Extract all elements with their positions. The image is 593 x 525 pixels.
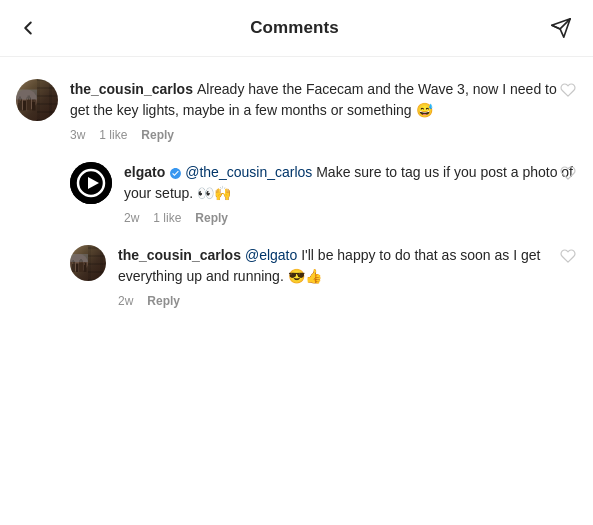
reply-button[interactable]: Reply (195, 211, 228, 225)
svg-rect-31 (70, 254, 88, 262)
reply-button[interactable]: Reply (147, 294, 180, 308)
comment-text: the_cousin_carlosAlready have the Faceca… (70, 81, 557, 118)
comment-meta: 2w 1 like Reply (124, 211, 577, 225)
like-button[interactable] (559, 164, 577, 182)
like-button[interactable] (559, 81, 577, 99)
comment-time: 3w (70, 128, 85, 142)
svg-rect-14 (34, 101, 35, 102)
comments-list: the_cousin_carlosAlready have the Faceca… (0, 57, 593, 326)
comment-likes: 1 like (99, 128, 127, 142)
comment-text: the_cousin_carlos@elgato I'll be happy t… (118, 247, 540, 284)
comment-meta: 3w 1 like Reply (70, 128, 577, 142)
svg-rect-27 (74, 263, 75, 264)
back-button[interactable] (14, 14, 42, 42)
avatar (70, 245, 106, 281)
comment-text: elgato @the_cousin_carlos Make sure to t… (124, 164, 573, 201)
svg-rect-15 (16, 90, 37, 100)
comment-meta: 2w Reply (118, 294, 577, 308)
comment-time: 2w (118, 294, 133, 308)
comment-mention[interactable]: @elgato (245, 247, 297, 263)
svg-rect-9 (20, 100, 21, 101)
avatar (70, 162, 112, 204)
comment-username[interactable]: the_cousin_carlos (118, 247, 241, 263)
comment-item: the_cousin_carlosAlready have the Faceca… (0, 67, 593, 150)
page-title: Comments (250, 18, 339, 38)
svg-rect-26 (72, 263, 73, 264)
svg-rect-30 (84, 264, 85, 265)
comment-time: 2w (124, 211, 139, 225)
comment-username[interactable]: elgato (124, 164, 165, 180)
comment-item: elgato @the_cousin_carlos Make sure to t… (0, 150, 593, 233)
comment-likes: 1 like (153, 211, 181, 225)
comment-item: the_cousin_carlos@elgato I'll be happy t… (0, 233, 593, 316)
svg-rect-4 (23, 101, 26, 111)
comment-body: the_cousin_carlos@elgato I'll be happy t… (118, 245, 577, 308)
reply-button[interactable]: Reply (141, 128, 174, 142)
avatar (16, 79, 58, 121)
comment-body: the_cousin_carlosAlready have the Faceca… (70, 79, 577, 142)
verified-icon (169, 167, 182, 180)
comments-header: Comments (0, 0, 593, 57)
svg-rect-13 (33, 101, 34, 102)
comment-body: elgato @the_cousin_carlos Make sure to t… (124, 162, 577, 225)
svg-rect-10 (19, 102, 20, 103)
send-button[interactable] (547, 14, 575, 42)
comment-mention[interactable]: @the_cousin_carlos (185, 164, 312, 180)
comment-username[interactable]: the_cousin_carlos (70, 81, 193, 97)
like-button[interactable] (559, 247, 577, 265)
svg-rect-8 (19, 100, 20, 101)
svg-rect-22 (76, 264, 79, 273)
